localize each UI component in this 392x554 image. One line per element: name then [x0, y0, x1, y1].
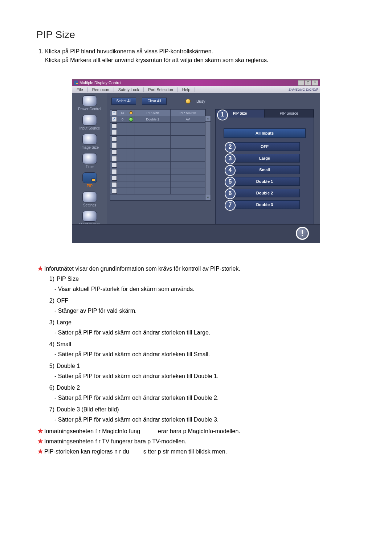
checkbox-icon[interactable]: [112, 163, 117, 168]
option-double3-label: Double 3: [256, 202, 273, 207]
busy-label: Busy: [196, 99, 205, 103]
label-off: OFF: [57, 297, 356, 305]
checkbox-icon[interactable]: [112, 136, 117, 141]
clear-all-button[interactable]: Clear All: [142, 98, 167, 105]
grid-row-empty: [110, 149, 205, 155]
menubar: File Remocon Safety Lock Port Selection …: [72, 86, 320, 93]
sidebar-label-time: Time: [86, 165, 94, 169]
note-power: PIP-storleken kan regleras n r du s tter…: [44, 448, 356, 456]
header-status: [127, 110, 135, 116]
callout-bubble-4: 4: [225, 165, 236, 176]
grid-header: ID PIP Size PIP Source: [110, 110, 205, 116]
sidebar-label-pip: PIP: [87, 184, 93, 188]
app-icon: [74, 81, 78, 85]
scroll-down-icon[interactable]: ▼: [205, 195, 211, 200]
option-off-label: OFF: [261, 144, 269, 149]
option-double2-label: Double 2: [256, 191, 273, 195]
checkbox-icon[interactable]: [112, 123, 117, 128]
checkbox-icon[interactable]: [112, 182, 117, 187]
num-6: 6): [44, 384, 57, 392]
scroll-up-icon[interactable]: ▲: [205, 116, 211, 122]
label-pip-size: PIP Size: [57, 275, 356, 283]
grid-row-empty: [110, 162, 205, 168]
row-checkbox[interactable]: [110, 116, 118, 123]
svg-rect-1: [76, 83, 78, 84]
option-double3[interactable]: 7Double 3: [229, 200, 300, 209]
checkbox-icon[interactable]: [112, 149, 117, 155]
note-info-grid: Inforutnätet visar den grundinformation …: [44, 265, 356, 273]
num-7: 7): [44, 406, 57, 414]
header-pip-size: PIP Size: [135, 110, 171, 116]
sidebar-item-input[interactable]: Input Source: [72, 112, 107, 132]
option-large[interactable]: 3Large: [229, 154, 300, 163]
menu-safety-lock[interactable]: Safety Lock: [114, 87, 144, 92]
app-screenshot: Multiple Display Control _ □ × File Remo…: [72, 79, 320, 243]
grid-row-empty: [110, 129, 205, 136]
all-inputs-button[interactable]: All Inputs: [224, 128, 306, 138]
sidebar-item-time[interactable]: Time: [72, 151, 107, 170]
checkbox-icon[interactable]: [112, 169, 117, 174]
star-icon: [36, 438, 44, 444]
sidebar-item-image[interactable]: Image Size: [72, 132, 107, 151]
grid-scrollbar[interactable]: ▲ ▼: [205, 116, 211, 201]
menu-file[interactable]: File: [72, 87, 88, 92]
sidebar-item-settings[interactable]: Settings: [72, 189, 107, 209]
option-off[interactable]: 2OFF: [229, 142, 300, 151]
grid-row-empty: [110, 188, 205, 194]
rpanel-tabs: PIP Size PIP Source: [216, 110, 314, 118]
label-double3: Double 3 (Bild efter bild): [57, 406, 356, 414]
option-small[interactable]: 4Small: [229, 165, 300, 174]
checkbox-icon[interactable]: [112, 189, 117, 194]
close-button[interactable]: ×: [312, 80, 318, 86]
menu-port-selection[interactable]: Port Selection: [144, 87, 177, 92]
description-list: Inforutnätet visar den grundinformation …: [36, 265, 356, 456]
grid-row-empty: [110, 175, 205, 181]
row-status: [127, 116, 135, 123]
intro-line-1b: Klicka på Markera allt eller använd krys…: [45, 57, 268, 63]
callout-bubble-5: 5: [225, 177, 236, 188]
checkbox-icon[interactable]: [112, 156, 117, 161]
minimize-button[interactable]: _: [298, 80, 305, 86]
svg-marker-4: [38, 428, 43, 434]
num-3: 3): [44, 319, 57, 327]
intro-line-1: Klicka på PIP bland huvudikonerna så vis…: [45, 48, 213, 54]
tab-pip-source[interactable]: PIP Source: [265, 110, 314, 118]
svg-marker-6: [38, 449, 43, 454]
callout-bubble-7: 7: [225, 200, 236, 211]
sidebar-item-power[interactable]: Power Control: [72, 93, 107, 112]
desc-small: - Sätter på PIP för vald skärm och ändra…: [54, 350, 356, 358]
num-4: 4): [44, 340, 57, 348]
grid-row-empty: [110, 123, 205, 129]
grid-row-empty: [110, 181, 205, 188]
sidebar: Power Control Input Source Image Size Ti…: [72, 93, 107, 225]
desc-double2: - Sätter på PIP för vald skärm och ändra…: [54, 394, 356, 402]
svg-point-2: [130, 111, 132, 114]
menu-remocon[interactable]: Remocon: [88, 87, 114, 92]
label-double2: Double 2: [57, 384, 356, 392]
checkbox-icon[interactable]: [112, 130, 117, 135]
busy-indicator-icon: [185, 99, 191, 104]
sidebar-label-input: Input Source: [79, 126, 100, 130]
option-double2[interactable]: 6Double 2: [229, 189, 300, 197]
sidebar-label-power: Power Control: [78, 107, 101, 111]
checkbox-icon[interactable]: [112, 143, 117, 148]
sidebar-item-pip[interactable]: PIP: [72, 170, 107, 189]
brand-label: SAMSUNG DIGITall: [286, 88, 320, 91]
header-checkbox[interactable]: [110, 110, 118, 116]
desc-large: - Sätter på PIP för vald skärm och ändra…: [54, 329, 356, 337]
option-double1[interactable]: 5Double 1: [229, 177, 300, 186]
menu-help[interactable]: Help: [178, 87, 195, 92]
alert-icon: !: [296, 227, 309, 240]
checkbox-icon[interactable]: [112, 176, 117, 181]
maximize-button[interactable]: □: [305, 80, 311, 86]
select-all-button[interactable]: Select All: [111, 98, 136, 105]
num-1: 1): [44, 275, 57, 283]
note-magicinfo: Inmatningsenheten f r MagicInfo fung era…: [44, 427, 356, 435]
note-magicinfo-a: Inmatningsenheten f r MagicInfo fung: [44, 428, 140, 434]
callout-bubble-2: 2: [225, 142, 236, 153]
checkbox-icon: [112, 117, 117, 122]
grid-row[interactable]: 0 Double 1 AV: [110, 116, 205, 123]
desc-double1: - Sätter på PIP för vald skärm och ändra…: [54, 372, 356, 380]
main-panel: Select All Clear All Busy ID PIP Size PI…: [107, 93, 320, 225]
star-icon: [36, 448, 44, 454]
